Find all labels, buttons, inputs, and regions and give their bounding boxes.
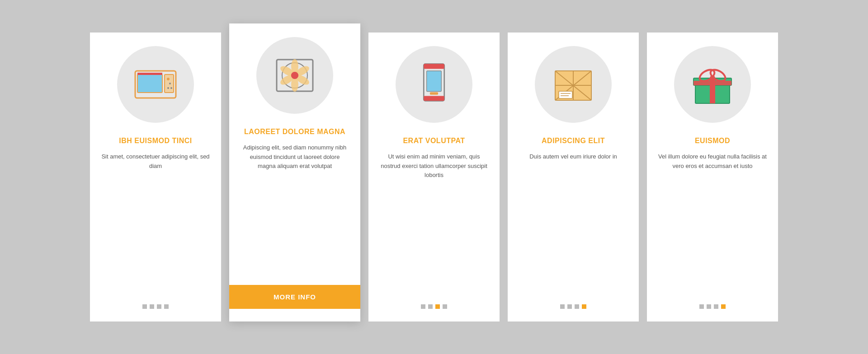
svg-rect-17 <box>291 74 298 77</box>
card-4-title: ADIPISCING ELIT <box>542 136 605 146</box>
svg-rect-20 <box>427 71 442 91</box>
svg-rect-1 <box>137 75 162 93</box>
card-4-icon-circle <box>535 46 612 123</box>
more-info-button[interactable]: MORE INFO <box>229 285 360 309</box>
card-2-title: LAOREET DOLORE MAGNA <box>244 127 345 137</box>
card-1: IBH EUISMOD TINCI Sit amet, consectetuer… <box>90 33 221 321</box>
svg-rect-19 <box>424 64 444 69</box>
package-icon <box>551 62 596 107</box>
svg-rect-34 <box>693 81 731 85</box>
dot <box>714 304 718 309</box>
card-2: LAOREET DOLORE MAGNA Adipiscing elit, se… <box>229 23 360 321</box>
card-2-text: Adipiscing elit, sed diam nonummy nibh e… <box>240 143 349 274</box>
card-4-dots <box>560 304 586 309</box>
card-5-text: Vel illum dolore eu feugiat nulla facili… <box>658 152 767 293</box>
card-3-title: ERAT VOLUTPAT <box>403 136 465 146</box>
gift-icon <box>690 62 735 107</box>
dot <box>421 304 425 309</box>
svg-point-4 <box>167 78 170 80</box>
dot <box>164 304 169 309</box>
svg-rect-3 <box>137 73 162 75</box>
dot <box>157 304 161 309</box>
dot <box>575 304 579 309</box>
card-5-icon-circle <box>674 46 751 123</box>
card-5-title: EUISMOD <box>695 136 730 146</box>
dot <box>582 304 586 309</box>
dot <box>707 304 711 309</box>
card-3: ERAT VOLUTPAT Ut wisi enim ad minim veni… <box>368 33 500 321</box>
dot <box>428 304 433 309</box>
card-4: ADIPISCING ELIT Duis autem vel eum iriur… <box>508 33 639 321</box>
card-5: EUISMOD Vel illum dolore eu feugiat null… <box>647 33 778 321</box>
phone-charger-icon <box>411 62 457 107</box>
svg-rect-22 <box>430 92 438 94</box>
dot <box>721 304 726 309</box>
svg-point-37 <box>710 75 715 81</box>
dot <box>699 304 704 309</box>
card-1-text: Sit amet, consectetuer adipiscing elit, … <box>101 152 210 293</box>
microwave-icon <box>133 62 178 107</box>
svg-rect-28 <box>559 91 572 98</box>
svg-point-7 <box>170 87 172 89</box>
card-1-icon-circle <box>117 46 194 123</box>
card-5-dots <box>699 304 726 309</box>
card-3-text: Ut wisi enim ad minim veniam, quis nostr… <box>379 152 489 293</box>
dot <box>443 304 447 309</box>
card-1-title: IBH EUISMOD TINCI <box>119 136 192 146</box>
ac-unit-icon <box>272 53 317 98</box>
cards-container: IBH EUISMOD TINCI Sit amet, consectetuer… <box>90 33 778 321</box>
card-1-dots <box>142 304 169 309</box>
svg-point-6 <box>167 87 169 89</box>
svg-point-5 <box>169 83 171 84</box>
dot <box>567 304 572 309</box>
card-2-icon-circle <box>256 37 333 114</box>
card-4-text: Duis autem vel eum iriure dolor in <box>529 152 617 293</box>
dot <box>142 304 147 309</box>
svg-rect-21 <box>424 96 444 101</box>
dot <box>560 304 565 309</box>
card-3-dots <box>421 304 447 309</box>
card-3-icon-circle <box>396 46 472 123</box>
dot <box>150 304 154 309</box>
dot <box>435 304 440 309</box>
